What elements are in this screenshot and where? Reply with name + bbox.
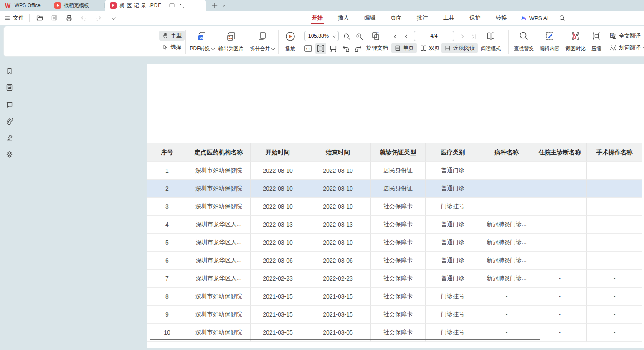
export-as-image-button[interactable]: 输出为图片 [217, 30, 245, 54]
rotate-left-button[interactable] [340, 43, 351, 54]
fit-width-button[interactable] [315, 43, 326, 54]
table-cell: 2021-03-15 [305, 306, 371, 324]
attachments-panel-button[interactable] [4, 116, 14, 126]
table-cell: - [587, 180, 642, 198]
table-cell: 普通门诊 [426, 234, 480, 252]
zoom-out-button[interactable] [341, 31, 352, 42]
table-horizontal-scrollbar[interactable] [150, 339, 540, 340]
chevron-down-icon [332, 33, 336, 38]
redo-button[interactable] [94, 13, 103, 23]
last-page-icon [471, 33, 477, 40]
file-menu-button[interactable]: 文件 [4, 14, 24, 22]
table-header-cell: 结束时间 [305, 143, 371, 162]
table-header-cell: 定点医药机构名称 [187, 143, 251, 162]
tab-label: WPS Office [15, 3, 41, 8]
comments-panel-button[interactable] [4, 100, 14, 110]
single-page-button[interactable]: 单页 [391, 43, 417, 53]
fit-page-button[interactable] [328, 43, 339, 54]
table-header-cell: 住院主诊断名称 [533, 143, 587, 162]
rotate-pages-button[interactable] [370, 31, 381, 41]
svg-text:W: W [200, 36, 203, 40]
table-row: 9深圳市妇幼保健院2021-03-152021-03-15社会保障卡门诊挂号--… [147, 306, 642, 324]
table-cell: 3 [147, 198, 187, 216]
word-translate-button[interactable]: 划词翻译 [609, 44, 644, 51]
docer-icon [54, 2, 61, 9]
layers-panel-button[interactable] [4, 149, 14, 159]
split-merge-button[interactable]: 拆分合并 [248, 30, 276, 54]
quickbar-more-button[interactable] [108, 13, 117, 23]
pdf-file-icon: P [110, 2, 117, 9]
menu-item-edit[interactable]: 编辑 [357, 11, 383, 25]
pdf-convert-button[interactable]: W PDF转换 [188, 30, 216, 54]
table-cell: 居民身份证 [371, 180, 426, 198]
table-cell: 新冠肺炎门诊... [480, 270, 533, 288]
table-body: 1深圳市妇幼保健院2022-08-102022-08-10居民身份证普通门诊--… [147, 162, 642, 342]
menu-item-insert[interactable]: 插入 [330, 11, 357, 25]
menu-item-protect[interactable]: 保护 [462, 11, 488, 25]
table-cell: - [480, 306, 533, 324]
folder-open-icon [36, 14, 44, 22]
read-mode-button[interactable]: 阅读模式 [478, 30, 504, 54]
table-cell: 2022-03-06 [305, 252, 371, 270]
print-button[interactable] [64, 13, 74, 23]
rotate-doc-label[interactable]: 旋转文档 [366, 44, 388, 52]
next-page-button[interactable] [457, 31, 468, 42]
play-button[interactable]: 播放 [277, 30, 303, 54]
first-page-button[interactable] [389, 31, 400, 42]
one-to-one-icon: 1:1 [304, 44, 313, 53]
table-cell: 2022-02-23 [305, 270, 371, 288]
table-row: 1深圳市妇幼保健院2022-08-102022-08-10居民身份证普通门诊--… [147, 162, 642, 180]
table-cell: 2022-08-10 [305, 198, 371, 216]
tab-docer-templates[interactable]: 找稻壳模板 [49, 0, 105, 11]
hand-tool-button[interactable]: 手型 [159, 31, 185, 41]
table-cell: - [533, 162, 587, 180]
select-tool-button[interactable]: 选择 [159, 42, 184, 52]
table-cell: 2021-03-15 [305, 288, 371, 306]
table-cell: 2022-02-23 [251, 270, 305, 288]
table-cell: - [587, 252, 642, 270]
zoom-out-icon [343, 33, 351, 41]
menu-item-home[interactable]: 开始 [304, 11, 330, 25]
find-replace-button[interactable]: 查找替换 [510, 30, 538, 54]
actual-size-button[interactable]: 1:1 [303, 43, 314, 54]
tab-list-chevron-icon[interactable] [221, 3, 226, 8]
table-cell: 深圳市妇幼保健院 [187, 306, 251, 324]
menu-item-convert[interactable]: 转换 [488, 11, 515, 25]
table-cell: 2022-03-10 [251, 234, 305, 252]
monitor-icon[interactable] [169, 3, 175, 9]
zoom-level-select[interactable]: 105.88% [304, 31, 339, 41]
edit-content-button[interactable]: 编辑内容 [536, 30, 563, 54]
table-cell: 新冠肺炎门诊... [480, 216, 533, 234]
bookmarks-panel-button[interactable] [4, 66, 14, 76]
pdf-convert-icon: W [196, 31, 207, 42]
table-cell: 普通门诊 [426, 252, 480, 270]
rotate-right-button[interactable] [353, 43, 364, 54]
close-tab-icon[interactable] [179, 3, 185, 8]
page-number-input[interactable]: 4/4 [414, 31, 454, 41]
zoom-level-value: 105.88% [308, 33, 329, 39]
tab-label: 找稻壳模板 [64, 2, 89, 9]
full-translate-button[interactable]: A 全文翻译 [609, 32, 641, 40]
redo-icon [95, 15, 102, 22]
menu-item-page[interactable]: 页面 [383, 11, 409, 25]
table-header-cell: 序号 [147, 143, 187, 162]
menu-item-tools[interactable]: 工具 [436, 11, 462, 25]
table-cell: 深圳市龙华区人... [187, 234, 251, 252]
wps-ai-button[interactable]: WPS AI [515, 15, 555, 21]
menu-search-button[interactable] [555, 15, 570, 21]
menu-item-comment[interactable]: 批注 [409, 11, 436, 25]
zoom-in-button[interactable] [354, 31, 365, 42]
compress-button[interactable]: 压缩 [585, 30, 608, 54]
previous-page-button[interactable] [401, 31, 411, 42]
tab-wps-office[interactable]: W WPS Office [0, 0, 49, 11]
tab-document-pdf[interactable]: P 就 医 记 录 .PDF [105, 0, 206, 11]
save-button[interactable] [50, 13, 59, 23]
thumbnails-panel-button[interactable] [4, 82, 14, 92]
continuous-read-button[interactable]: 连续阅读 [441, 43, 478, 53]
table-cell: 深圳市龙华区人... [187, 252, 251, 270]
undo-button[interactable] [79, 13, 88, 23]
signature-panel-button[interactable] [4, 132, 14, 142]
open-file-button[interactable] [35, 13, 44, 23]
table-cell: 深圳市妇幼保健院 [187, 180, 251, 198]
new-tab-plus-icon[interactable] [211, 2, 218, 9]
